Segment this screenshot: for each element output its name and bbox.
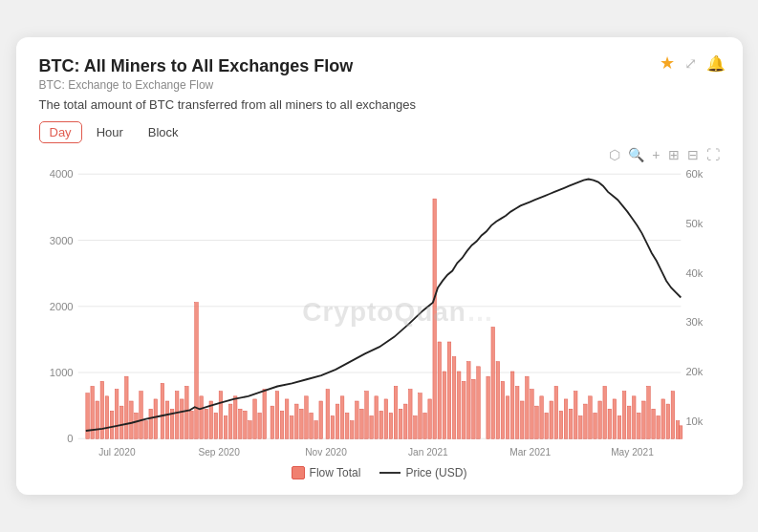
- svg-rect-104: [496, 362, 500, 439]
- svg-rect-113: [539, 396, 543, 438]
- svg-rect-97: [457, 372, 461, 438]
- svg-rect-68: [314, 421, 317, 439]
- svg-rect-106: [506, 396, 509, 438]
- svg-rect-55: [248, 421, 251, 439]
- svg-rect-91: [427, 399, 431, 438]
- svg-rect-140: [671, 392, 675, 439]
- svg-rect-95: [447, 342, 451, 438]
- svg-rect-60: [275, 392, 279, 439]
- legend-flow-label: Flow Total: [310, 466, 361, 479]
- svg-rect-83: [389, 413, 393, 438]
- svg-rect-24: [95, 401, 98, 438]
- time-btn-day[interactable]: Day: [39, 121, 82, 143]
- svg-rect-88: [413, 416, 417, 439]
- svg-rect-42: [184, 387, 188, 439]
- svg-rect-62: [285, 399, 289, 438]
- chart-area: CryptoQuan… 4000 3000 2000 1000 0 60k 50…: [39, 164, 720, 460]
- legend-flow-total: Flow Total: [292, 466, 361, 479]
- svg-rect-137: [656, 416, 660, 439]
- svg-rect-109: [520, 401, 524, 438]
- crosshair-icon[interactable]: +: [652, 147, 660, 162]
- chart-legend: Flow Total Price (USD): [39, 466, 720, 479]
- top-icons: ★ ⤢ 🔔: [660, 53, 726, 74]
- svg-rect-135: [646, 387, 650, 439]
- star-icon[interactable]: ★: [660, 53, 675, 74]
- svg-rect-61: [280, 411, 284, 438]
- svg-rect-85: [399, 409, 402, 438]
- svg-text:Nov 2020: Nov 2020: [305, 447, 347, 458]
- fullscreen-icon[interactable]: ⛶: [706, 147, 720, 162]
- svg-text:20k: 20k: [685, 366, 703, 377]
- svg-rect-90: [422, 413, 426, 438]
- svg-rect-108: [515, 387, 519, 439]
- svg-rect-36: [154, 399, 158, 438]
- chart-svg: 4000 3000 2000 1000 0 60k 50k 40k 30k 20…: [39, 164, 720, 460]
- svg-rect-112: [534, 406, 538, 438]
- zoom-icon[interactable]: 🔍: [628, 147, 644, 162]
- svg-rect-138: [661, 399, 664, 438]
- svg-rect-132: [632, 396, 636, 438]
- chart-title: BTC: All Miners to All Exchanges Flow: [39, 56, 720, 76]
- svg-rect-77: [359, 409, 363, 438]
- expand-icon[interactable]: ⤢: [684, 54, 697, 73]
- svg-rect-29: [119, 406, 123, 438]
- remove-series-icon[interactable]: ⊟: [687, 147, 699, 162]
- svg-rect-102: [486, 376, 489, 438]
- svg-text:Jul 2020: Jul 2020: [98, 447, 136, 458]
- svg-rect-65: [299, 409, 303, 438]
- svg-text:30k: 30k: [685, 316, 703, 328]
- svg-rect-56: [252, 399, 256, 438]
- svg-rect-136: [651, 409, 655, 438]
- svg-rect-103: [490, 328, 494, 439]
- legend-price: Price (USD): [379, 466, 466, 479]
- svg-text:2000: 2000: [49, 301, 73, 312]
- svg-text:Sep 2020: Sep 2020: [198, 447, 240, 458]
- time-btn-hour[interactable]: Hour: [86, 121, 134, 143]
- svg-text:10k: 10k: [685, 415, 703, 427]
- svg-text:May 2021: May 2021: [611, 447, 654, 458]
- legend-price-line: [379, 472, 401, 474]
- svg-rect-28: [115, 390, 119, 439]
- svg-rect-114: [544, 413, 548, 438]
- svg-rect-121: [578, 416, 582, 439]
- svg-rect-30: [124, 376, 128, 438]
- camera-icon[interactable]: ⬡: [609, 147, 620, 162]
- svg-rect-37: [161, 383, 164, 438]
- bell-icon[interactable]: 🔔: [706, 54, 726, 73]
- svg-rect-74: [345, 413, 349, 438]
- svg-rect-105: [501, 381, 505, 438]
- svg-rect-66: [304, 396, 308, 438]
- svg-rect-115: [550, 401, 553, 438]
- svg-rect-87: [408, 390, 412, 439]
- svg-rect-53: [238, 409, 242, 438]
- svg-rect-126: [602, 387, 606, 439]
- svg-rect-101: [476, 367, 480, 438]
- svg-rect-63: [290, 416, 293, 439]
- svg-rect-45: [199, 396, 203, 438]
- svg-rect-124: [593, 413, 596, 438]
- svg-rect-69: [318, 401, 322, 438]
- svg-rect-38: [165, 401, 169, 438]
- time-btn-block[interactable]: Block: [138, 121, 189, 143]
- svg-rect-129: [617, 416, 621, 439]
- svg-rect-57: [257, 413, 261, 438]
- svg-rect-76: [355, 401, 358, 438]
- add-series-icon[interactable]: ⊞: [668, 147, 680, 162]
- svg-text:0: 0: [67, 433, 73, 444]
- svg-rect-71: [331, 416, 335, 439]
- svg-text:50k: 50k: [685, 218, 703, 229]
- svg-rect-131: [627, 406, 631, 438]
- svg-rect-46: [204, 409, 207, 438]
- svg-text:Mar 2021: Mar 2021: [509, 447, 551, 458]
- svg-rect-41: [180, 399, 184, 438]
- legend-price-label: Price (USD): [405, 466, 466, 479]
- time-selector: Day Hour Block: [39, 121, 720, 143]
- svg-rect-73: [340, 396, 344, 438]
- svg-rect-139: [666, 404, 670, 438]
- svg-rect-128: [613, 399, 617, 438]
- svg-rect-133: [637, 413, 640, 438]
- svg-rect-59: [271, 406, 274, 438]
- svg-rect-75: [350, 421, 354, 439]
- svg-rect-40: [175, 392, 179, 439]
- svg-rect-82: [384, 399, 388, 438]
